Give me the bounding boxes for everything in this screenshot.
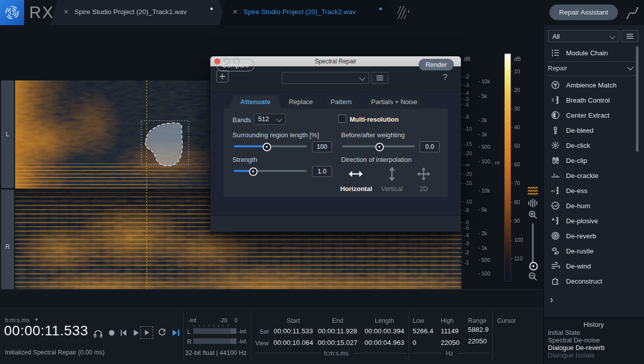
channel-strip-right[interactable]: R	[1, 190, 14, 304]
amp-tick: -3	[464, 240, 469, 246]
tab-partials-noise[interactable]: Partials + Noise	[363, 96, 425, 109]
waveform-view-icon[interactable]	[528, 199, 538, 208]
close-icon[interactable]: ✕	[232, 8, 238, 16]
weighting-value[interactable]: 0.0	[420, 141, 440, 152]
monitor-icon[interactable]	[93, 328, 104, 339]
render-button[interactable]: Render	[419, 59, 454, 70]
chevron-down-icon	[609, 33, 615, 39]
direction-vertical-icon[interactable]	[388, 166, 396, 181]
module-filter-dropdown[interactable]: All	[548, 30, 619, 42]
meter-right-value: -Inf.	[238, 338, 248, 344]
history-item[interactable]: Initial State	[548, 329, 605, 336]
return-to-start-button[interactable]	[119, 328, 129, 338]
row-label: View	[252, 340, 269, 347]
file-tab-track2[interactable]: ✕ Spire Studio Project (20)_Track2.wav	[219, 0, 395, 25]
meter-scale: -Inf.	[188, 317, 198, 323]
surround-value[interactable]: 100	[312, 141, 332, 152]
sidebar-item-de-click[interactable]: De-click	[548, 138, 638, 153]
add-preset-button[interactable]	[216, 70, 228, 82]
sidebar-item-de-wind[interactable]: De-wind	[548, 258, 638, 274]
history-list: Initial State Spectral De-noise Dialogue…	[548, 329, 605, 359]
freq-unit-footer: Hz	[446, 350, 453, 357]
bottom-toolbar: Instant process Attenuate	[0, 289, 543, 308]
freq-unit-label: Hz	[495, 160, 500, 165]
direction-2d-icon[interactable]	[417, 167, 431, 181]
triangle-down-icon[interactable]: ▼	[34, 317, 39, 322]
direction-2d-label[interactable]: 2D	[415, 185, 433, 193]
channel-strip-left[interactable]: L	[1, 80, 14, 188]
tab-pattern[interactable]: Pattern	[322, 96, 360, 109]
meter-right-cap	[230, 338, 236, 344]
sidebar-item-breath-control[interactable]: Breath Control	[548, 93, 638, 108]
play-to-end-button[interactable]	[171, 328, 181, 338]
sidebar-item-de-bleed[interactable]: De-bleed	[548, 123, 638, 138]
sidebar-scrollbar[interactable]	[636, 46, 638, 152]
close-icon[interactable]: ✕	[63, 8, 69, 16]
tab-replace[interactable]: Replace	[284, 96, 318, 109]
amp-tick: -6	[464, 102, 469, 108]
history-item[interactable]: Dialogue De-reverb	[548, 344, 605, 351]
izotope-logo-icon	[0, 0, 24, 25]
sidebar-item-module-chain[interactable]: Module Chain	[548, 45, 638, 60]
direction-horizontal-icon[interactable]	[348, 170, 363, 178]
signal-flow-icon[interactable]	[624, 5, 641, 21]
repair-assistant-button[interactable]: Repair Assistant	[549, 5, 618, 20]
play-button[interactable]	[131, 328, 141, 338]
weighting-slider-knob[interactable]	[375, 143, 384, 151]
zoom-out-vertical-icon[interactable]	[528, 271, 538, 282]
sel-high: 11149	[441, 327, 459, 335]
vertical-zoom-knob[interactable]	[529, 262, 538, 270]
record-button[interactable]	[107, 328, 117, 338]
play-selection-button[interactable]	[140, 326, 153, 339]
tab-scroll-left-icon[interactable]: ‹	[408, 7, 410, 15]
sidebar-item-de-plosive[interactable]: De-plosive	[548, 213, 638, 228]
direction-horizontal-label[interactable]: Horizontal	[340, 185, 373, 193]
sidebar-item-de-clip[interactable]: De-clip	[548, 153, 638, 168]
column-header: Cursor	[497, 317, 516, 324]
multi-resolution-checkbox[interactable]	[338, 115, 346, 123]
strength-slider-knob[interactable]	[249, 167, 258, 176]
freq-tick: 500	[481, 144, 491, 150]
sidebar-item-de-rustle[interactable]: De-rustle	[548, 243, 638, 258]
tab-label: Spire Studio Project (20)_Track2.wav	[244, 8, 356, 16]
sidebar-item-de-reverb[interactable]: De-reverb	[548, 228, 638, 243]
sidebar-item-center-extract[interactable]: Center Extract	[548, 108, 638, 123]
spectrogram-view-icon[interactable]	[527, 186, 538, 195]
freq-tick: 2k	[481, 230, 487, 236]
panel-collapse-icon[interactable]: ›	[550, 294, 553, 305]
file-tab-track1[interactable]: ✕ Spire Studio Project (20)_Track1.wav	[50, 0, 226, 25]
tab-attenuate[interactable]: Attenuate	[229, 96, 282, 109]
sel-start: 00:00:11.533	[272, 327, 315, 335]
zoom-in-vertical-icon[interactable]	[528, 210, 538, 220]
surround-slider-knob[interactable]	[263, 143, 271, 151]
surround-label: Surrounding region length [%]	[232, 131, 319, 139]
colorbar-tick: 10	[514, 68, 520, 74]
help-icon[interactable]: ?	[443, 72, 447, 82]
column-header: End	[316, 317, 359, 324]
sidebar-item-de-ess[interactable]: ss De-ess	[548, 183, 638, 198]
sidebar-item-de-hum[interactable]: De-hum	[548, 198, 638, 213]
dialog-footer	[210, 215, 461, 232]
bands-dropdown[interactable]: 512	[254, 114, 286, 125]
vertical-zoom-slider[interactable]	[532, 223, 534, 263]
chevron-down-icon	[359, 75, 365, 80]
colorbar-header: dB	[514, 56, 521, 62]
amp-tick: -5	[464, 225, 469, 231]
loop-button[interactable]	[157, 328, 167, 338]
preset-menu-button[interactable]	[371, 72, 388, 84]
direction-vertical-label[interactable]: Vertical	[378, 185, 406, 193]
strength-value[interactable]: 1.0	[312, 166, 332, 177]
history-item[interactable]: Dialogue Isolate	[548, 351, 605, 359]
tab-label: Spire Studio Project (20)_Track1.wav	[74, 8, 187, 16]
colorbar-tick: 90	[514, 218, 520, 224]
section-header-repair[interactable]: Repair	[548, 63, 638, 74]
compare-button[interactable]: Compare	[216, 59, 255, 71]
sidebar-item-de-crackle[interactable]: De-crackle	[548, 168, 638, 183]
sidebar-item-ambience-match[interactable]: Ambience Match	[548, 77, 638, 93]
history-item[interactable]: Spectral De-noise	[548, 336, 605, 344]
tab-overflow-icon[interactable]	[397, 6, 406, 19]
preset-dropdown[interactable]	[282, 72, 369, 84]
colorbar-tick: 60	[514, 161, 520, 167]
module-menu-button[interactable]	[621, 30, 638, 42]
sidebar-item-deconstruct[interactable]: Deconstruct	[548, 274, 638, 289]
